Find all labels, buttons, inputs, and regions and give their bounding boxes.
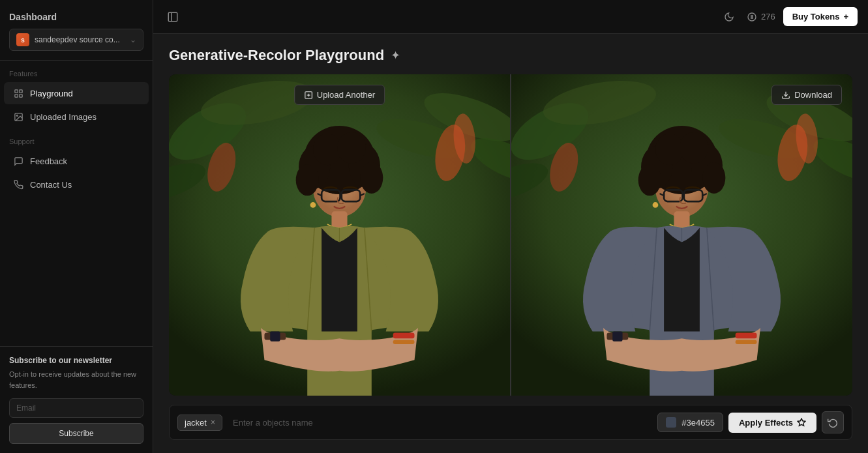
object-name-input[interactable] [229,415,651,430]
page-title: Generative-Recolor Playground [169,47,384,64]
tag-label: jacket [185,418,207,428]
apply-effects-button[interactable]: Apply Effects [728,413,816,433]
svg-rect-70 [736,340,757,345]
jacket-tag: jacket × [177,415,222,431]
svg-point-5 [16,115,18,116]
sparkle-icon: ✦ [391,48,400,63]
page-title-row: Generative-Recolor Playground ✦ [169,47,852,64]
sidebar-toggle-button[interactable] [164,8,182,26]
sidebar-item-playground[interactable]: Playground [4,82,149,104]
apply-label: Apply Effects [739,418,793,428]
sidebar-item-playground-label: Playground [30,89,73,98]
sidebar-item-uploaded-images[interactable]: Uploaded Images [4,106,149,128]
newsletter-section: Subscribe to our newsletter Opt-in to re… [0,346,153,453]
topbar-left [164,8,182,26]
svg-point-56 [655,134,684,165]
workspace-left: s sandeepdev source co... [16,33,120,46]
svg-rect-2 [14,94,17,96]
workspace-avatar: s [16,33,29,46]
grid-icon [13,88,23,98]
svg-point-71 [653,202,659,208]
recolored-image [511,74,852,396]
svg-point-25 [296,164,319,196]
download-label: Download [794,90,832,100]
original-image-svg [169,74,510,396]
tag-remove-button[interactable]: × [211,418,215,426]
theme-toggle-button[interactable] [719,7,739,27]
controls-bar: jacket × #3e4655 Apply Effects [169,405,852,440]
controls-right: #3e4655 Apply Effects [657,411,844,433]
avatar-text: s [21,37,25,44]
svg-marker-73 [798,418,805,426]
message-icon [13,156,23,166]
svg-rect-1 [19,89,22,92]
support-label: Support [0,128,153,149]
svg-point-26 [360,162,383,194]
subscribe-button[interactable]: Subscribe [9,423,143,444]
upload-another-label: Upload Another [317,90,376,100]
email-input[interactable] [9,398,143,418]
sidebar-item-feedback[interactable]: Feedback [4,150,149,172]
topbar: 276 Buy Tokens + [153,0,868,34]
sidebar-item-contact-label: Contact Us [30,180,72,190]
sidebar-item-contact-us[interactable]: Contact Us [4,173,149,196]
workspace-name: sandeepdev source co... [35,35,120,44]
color-value: #3e4655 [681,418,715,428]
newsletter-title: Subscribe to our newsletter [9,356,143,365]
newsletter-desc: Opt-in to receive updates about the new … [9,369,143,390]
svg-rect-36 [393,333,415,339]
download-button[interactable]: Download [771,85,842,105]
original-image [169,74,510,396]
svg-rect-35 [270,331,280,341]
svg-point-38 [310,202,316,208]
svg-point-59 [702,162,725,194]
image-icon [13,111,23,122]
dashboard-title: Dashboard [9,12,143,22]
recolored-image-svg [511,74,852,396]
phone-icon [13,179,23,190]
tokens-count: 276 [761,12,775,22]
sidebar: Dashboard s sandeepdev source co... ⌄ Fe… [0,0,153,453]
tokens-display: 276 [747,12,775,22]
chevron-down-icon: ⌄ [130,35,136,44]
svg-point-24 [337,132,366,164]
upload-another-button[interactable]: Upload Another [294,85,385,105]
color-swatch-button[interactable]: #3e4655 [657,413,723,432]
svg-point-23 [313,134,342,165]
svg-point-58 [638,164,661,196]
page-content: Generative-Recolor Playground ✦ [153,34,868,453]
svg-rect-6 [168,12,177,22]
buy-tokens-button[interactable]: Buy Tokens + [783,7,858,26]
buy-tokens-label: Buy Tokens [792,12,840,22]
svg-rect-69 [736,333,757,339]
features-label: Features [0,61,153,81]
topbar-right: 276 Buy Tokens + [719,7,858,27]
svg-point-57 [680,132,708,164]
recolored-image-panel: Download [510,74,852,396]
refresh-button[interactable] [822,411,844,433]
main-content: 276 Buy Tokens + Generative-Recolor Play… [153,0,868,453]
sidebar-item-feedback-label: Feedback [30,156,67,166]
workspace-selector[interactable]: s sandeepdev source co... ⌄ [9,29,143,51]
original-image-panel: Upload Another [169,74,510,396]
sidebar-item-uploaded-label: Uploaded Images [30,112,97,122]
sidebar-header: Dashboard s sandeepdev source co... ⌄ [0,0,153,61]
svg-rect-0 [14,89,17,92]
color-dot [666,417,676,428]
svg-rect-68 [612,331,622,341]
buy-tokens-plus: + [843,12,848,22]
svg-rect-37 [393,340,415,345]
svg-rect-3 [19,94,22,96]
image-comparison-area: Upload Another [169,74,852,396]
